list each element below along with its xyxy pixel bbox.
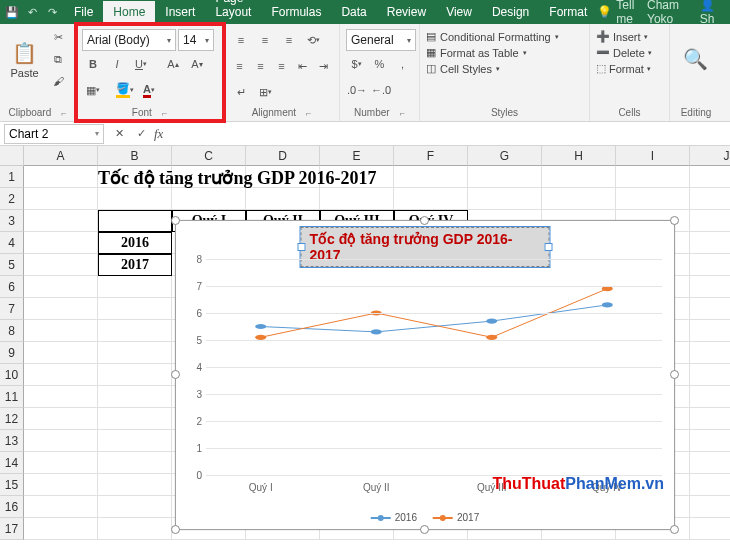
number-format-combo[interactable]: General▾: [346, 29, 416, 51]
dec-decimal-button[interactable]: ←.0: [370, 79, 392, 101]
cell[interactable]: [24, 430, 98, 452]
italic-button[interactable]: I: [106, 53, 128, 75]
paste-button[interactable]: 📋 Paste: [6, 26, 43, 94]
tab-format[interactable]: Format: [539, 1, 597, 24]
formula-input[interactable]: [163, 124, 730, 144]
cell[interactable]: [690, 452, 730, 474]
cell[interactable]: [98, 320, 172, 342]
tab-insert[interactable]: Insert: [155, 1, 205, 24]
tab-file[interactable]: File: [64, 1, 103, 24]
cell[interactable]: [24, 254, 98, 276]
cell[interactable]: [542, 166, 616, 188]
column-header[interactable]: B: [98, 146, 172, 166]
cell[interactable]: [24, 232, 98, 254]
cell-styles-button[interactable]: ◫Cell Styles ▾: [426, 62, 583, 75]
cell[interactable]: [690, 210, 730, 232]
cell[interactable]: [690, 430, 730, 452]
align-middle-button[interactable]: ≡: [254, 29, 276, 51]
wrap-text-button[interactable]: ↵: [230, 81, 252, 103]
cell[interactable]: [98, 210, 172, 232]
tell-me[interactable]: 💡 Tell me: [597, 0, 639, 26]
align-center-button[interactable]: ≡: [251, 55, 270, 77]
cell[interactable]: [394, 166, 468, 188]
bold-button[interactable]: B: [82, 53, 104, 75]
inc-decimal-button[interactable]: .0→: [346, 79, 368, 101]
cell[interactable]: [690, 342, 730, 364]
row-header[interactable]: 12: [0, 408, 24, 430]
column-header[interactable]: A: [24, 146, 98, 166]
cell[interactable]: [690, 496, 730, 518]
cell[interactable]: 2016: [98, 232, 172, 254]
row-header[interactable]: 15: [0, 474, 24, 496]
row-header[interactable]: 9: [0, 342, 24, 364]
cell[interactable]: [24, 496, 98, 518]
grow-font-button[interactable]: A▴: [162, 53, 184, 75]
cell[interactable]: [98, 342, 172, 364]
row-header[interactable]: 17: [0, 518, 24, 540]
percent-button[interactable]: %: [369, 53, 390, 75]
cell[interactable]: [394, 188, 468, 210]
cell[interactable]: [690, 386, 730, 408]
resize-handle[interactable]: [670, 525, 679, 534]
row-header[interactable]: 3: [0, 210, 24, 232]
format-as-table-button[interactable]: ▦Format as Table ▾: [426, 46, 583, 59]
fx-icon[interactable]: fx: [154, 126, 163, 142]
cell[interactable]: [98, 430, 172, 452]
cell[interactable]: [690, 364, 730, 386]
chart-data-point[interactable]: [255, 324, 266, 329]
chart-series-line[interactable]: [261, 305, 608, 332]
format-painter-button[interactable]: 🖌: [47, 70, 69, 92]
insert-cells-button[interactable]: ➕Insert ▾: [596, 30, 663, 43]
column-header[interactable]: D: [246, 146, 320, 166]
column-header[interactable]: G: [468, 146, 542, 166]
cell[interactable]: [24, 452, 98, 474]
cell[interactable]: [616, 166, 690, 188]
tab-review[interactable]: Review: [377, 1, 436, 24]
cell[interactable]: [320, 188, 394, 210]
dialog-launcher-icon[interactable]: ⌐: [162, 108, 167, 118]
row-header[interactable]: 16: [0, 496, 24, 518]
cell[interactable]: [468, 166, 542, 188]
chart-legend[interactable]: 2016 2017: [371, 512, 480, 523]
column-header[interactable]: E: [320, 146, 394, 166]
font-size-combo[interactable]: 14▾: [178, 29, 214, 51]
row-header[interactable]: 4: [0, 232, 24, 254]
resize-handle[interactable]: [171, 216, 180, 225]
cell[interactable]: [98, 474, 172, 496]
row-header[interactable]: 5: [0, 254, 24, 276]
resize-handle[interactable]: [670, 370, 679, 379]
cell[interactable]: [24, 342, 98, 364]
chart-data-point[interactable]: [371, 329, 382, 334]
font-name-combo[interactable]: Arial (Body)▾: [82, 29, 176, 51]
row-header[interactable]: 11: [0, 386, 24, 408]
cell[interactable]: [24, 364, 98, 386]
font-color-button[interactable]: A▾: [138, 79, 160, 101]
cell[interactable]: [98, 364, 172, 386]
cell[interactable]: [690, 474, 730, 496]
cell[interactable]: [24, 518, 98, 540]
column-header[interactable]: C: [172, 146, 246, 166]
tab-view[interactable]: View: [436, 1, 482, 24]
cell[interactable]: [98, 518, 172, 540]
format-cells-button[interactable]: ⬚Format ▾: [596, 62, 663, 75]
align-bottom-button[interactable]: ≡: [278, 29, 300, 51]
row-header[interactable]: 14: [0, 452, 24, 474]
dialog-launcher-icon[interactable]: ⌐: [306, 108, 311, 118]
cell[interactable]: [246, 188, 320, 210]
cell[interactable]: [468, 188, 542, 210]
borders-button[interactable]: ▦▾: [82, 79, 104, 101]
row-header[interactable]: 1: [0, 166, 24, 188]
resize-handle[interactable]: [171, 525, 180, 534]
row-header[interactable]: 6: [0, 276, 24, 298]
cell[interactable]: [690, 320, 730, 342]
cell[interactable]: [98, 496, 172, 518]
row-header[interactable]: 8: [0, 320, 24, 342]
tab-data[interactable]: Data: [331, 1, 376, 24]
row-header[interactable]: 10: [0, 364, 24, 386]
cell[interactable]: [24, 188, 98, 210]
cell[interactable]: [690, 298, 730, 320]
save-icon[interactable]: 💾: [4, 4, 20, 20]
cell[interactable]: [98, 276, 172, 298]
align-right-button[interactable]: ≡: [272, 55, 291, 77]
indent-dec-button[interactable]: ⇤: [293, 55, 312, 77]
